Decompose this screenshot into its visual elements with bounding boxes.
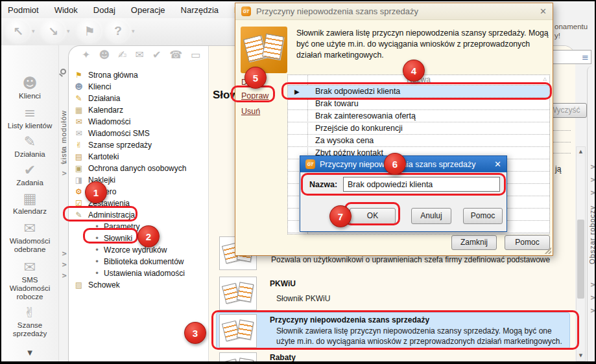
- ok-button[interactable]: OK: [350, 208, 396, 224]
- tree-item-administracja[interactable]: ✎Administracja: [74, 209, 204, 221]
- menu-item-podmiot[interactable]: Podmiot: [8, 5, 39, 15]
- pin-flag-button[interactable]: ⚑: [78, 20, 101, 42]
- chevron-right-icon[interactable]: >: [590, 163, 595, 170]
- clients-icon: ☻: [1, 75, 58, 92]
- strip-icon-phone[interactable]: ☎: [169, 49, 182, 61]
- step-badge-5: 5: [244, 67, 267, 89]
- chevron-right-icon[interactable]: >: [590, 281, 595, 288]
- help-dialog-button[interactable]: Pomoc: [505, 235, 550, 250]
- text-fragment: ją: [555, 164, 561, 174]
- tree-item-ochrona-danych[interactable]: ▣Ochrona danych osobowych: [74, 163, 204, 174]
- chevron-right-icon[interactable]: >: [590, 189, 595, 196]
- notice-line1: onamentu: [554, 22, 588, 31]
- module-icon-strip: ✦ ☻ ✍ ✉ ✔ ☎ ▭: [82, 49, 200, 61]
- close-dialog-button[interactable]: Zamknij: [451, 235, 497, 250]
- dictionary-row-title[interactable]: Przyczyny niepowodzenia szans sprzedaży: [270, 315, 429, 324]
- clients-icon: ☻: [74, 82, 84, 91]
- content-scrollbar[interactable]: ▲ ▼: [576, 146, 586, 361]
- list-row[interactable]: Brak towaru: [288, 98, 549, 110]
- bullet-icon: •: [95, 222, 99, 231]
- tree-item-kartoteki[interactable]: ▤Kartoteki: [74, 151, 204, 163]
- sidebar-item-szanse-sprzedazy[interactable]: ✌Szanse sprzedaży: [1, 304, 58, 338]
- workspace-strip[interactable]: > > > Obszar roboczy > > >: [587, 66, 596, 361]
- sidebar-item-sms-robocze[interactable]: ✉SMS Wiadomości robocze: [1, 259, 58, 301]
- strip-icon-write[interactable]: ✍: [118, 49, 126, 61]
- cancel-button[interactable]: Anuluj: [411, 208, 451, 224]
- question-icon: ?: [114, 24, 122, 38]
- list-row-selected[interactable]: ▶Brak odpowiedzi klienta: [288, 85, 549, 98]
- client-lists-icon: ≡: [1, 105, 58, 122]
- mail-icon: ✉: [74, 117, 84, 126]
- list-row[interactable]: Za wysoka cena: [288, 135, 549, 147]
- tree-item-klienci[interactable]: ☻Klienci: [74, 81, 204, 93]
- name-input[interactable]: [343, 177, 500, 192]
- chevron-right-icon[interactable]: >: [62, 170, 67, 177]
- strip-icon-mail[interactable]: ✉: [136, 49, 144, 61]
- tree-item-ustawienia-wiadomosci[interactable]: •Ustawienia wiadomości: [74, 267, 204, 279]
- gear-icon: ⚙: [74, 187, 84, 196]
- tree-item-wiadomosci[interactable]: ✉Wiadomości: [74, 116, 204, 128]
- scroll-down-icon[interactable]: ▼: [577, 351, 585, 361]
- strip-icon-1[interactable]: ✦: [82, 49, 90, 61]
- help-dropdown-icon[interactable]: ▾: [132, 28, 135, 34]
- module-sidebar: ☻Klienci ≡Listy klientów ✎Działania ✔Zad…: [1, 45, 58, 363]
- tree-item-wiadomosci-sms[interactable]: ✉Wiadomości SMS: [74, 128, 204, 139]
- menu-item-dodaj[interactable]: Dodaj: [93, 5, 115, 15]
- sidebar-item-listy-klientow[interactable]: ≡Listy klientów: [1, 105, 58, 130]
- back-dropdown-icon[interactable]: ▾: [32, 28, 35, 34]
- back-button[interactable]: ↖: [6, 20, 30, 42]
- sms-drafts-icon: ✉: [1, 259, 58, 276]
- menu-item-narzedzia[interactable]: Narzędzia: [181, 5, 219, 15]
- chevron-right-icon[interactable]: >: [62, 261, 67, 268]
- close-icon[interactable]: ✕: [540, 6, 547, 16]
- tree-item-biblioteka-dokumentow[interactable]: •Biblioteka dokumentów: [74, 256, 204, 267]
- tree-item-dzialania[interactable]: ✎Działania: [74, 93, 204, 104]
- tree-item-wzorce-wydrukow[interactable]: •Wzorce wydruków: [74, 244, 204, 256]
- sidebar-item-dzialania[interactable]: ✎Działania: [1, 133, 58, 159]
- dictionary-row-title[interactable]: PKWiU: [270, 279, 296, 288]
- strip-icon-person[interactable]: ☻: [99, 49, 110, 61]
- sales-chances-icon: ✌: [74, 141, 84, 150]
- sidebar-item-wiadomosci-odebrane[interactable]: ✉Wiadomości odebrane: [1, 220, 58, 254]
- menu-lines-icon[interactable]: ≡: [582, 52, 589, 62]
- list-row[interactable]: Przejście do konkurencji: [288, 122, 549, 135]
- search-input[interactable]: ≡: [550, 50, 591, 64]
- chevron-right-icon[interactable]: >: [590, 307, 595, 314]
- reports-icon: ☑: [74, 199, 84, 208]
- sidebar-item-klienci[interactable]: ☻Klienci: [1, 75, 58, 100]
- chevron-right-icon[interactable]: >: [62, 159, 67, 166]
- bullet-icon: •: [95, 269, 99, 278]
- delete-link[interactable]: Usuń: [241, 107, 260, 116]
- sidebar-collapse-button[interactable]: ▼: [1, 345, 58, 361]
- chevron-right-icon[interactable]: >: [590, 176, 595, 183]
- dialog-titlebar[interactable]: GT Przyczyny niepowodzenia szans sprzeda…: [235, 3, 553, 20]
- sidebar-item-kalendarz[interactable]: ▦Kalendarz: [1, 190, 58, 216]
- menu-item-operacje[interactable]: Operacje: [131, 5, 165, 15]
- tree-item-szanse-sprzedazy[interactable]: ✌Szanse sprzedaży: [74, 139, 204, 151]
- chevron-right-icon[interactable]: >: [62, 250, 67, 257]
- close-icon[interactable]: ✕: [494, 159, 501, 169]
- search-modules-icon[interactable]: [60, 69, 66, 74]
- step-badge-1: 1: [85, 181, 107, 203]
- list-row[interactable]: Brak zainteresowania ofertą: [288, 110, 549, 122]
- strip-icon-device[interactable]: ▭: [191, 49, 200, 61]
- tree-item-schowek[interactable]: ▨Schowek: [74, 279, 204, 291]
- chevron-right-icon[interactable]: >: [62, 148, 67, 155]
- edit-link[interactable]: Popraw: [241, 91, 268, 100]
- forward-button[interactable]: ↘: [42, 20, 65, 42]
- help-button[interactable]: ?: [106, 20, 130, 42]
- menu-item-widok[interactable]: Widok: [54, 5, 78, 15]
- strip-icon-check[interactable]: ✔: [152, 49, 161, 61]
- scroll-up-icon[interactable]: ▲: [577, 147, 585, 157]
- forward-dropdown-icon[interactable]: ▾: [67, 28, 70, 34]
- tree-item-kalendarz[interactable]: ▦Kalendarz: [74, 104, 204, 116]
- back-arrow-icon: ↖: [13, 24, 23, 38]
- chevron-right-icon[interactable]: >: [62, 272, 67, 279]
- sidebar-item-zadania[interactable]: ✔Zadania: [1, 162, 58, 187]
- dictionary-row-desc: Słownik zawiera listę przyczyn niepowodz…: [276, 326, 569, 347]
- chevron-right-icon[interactable]: >: [590, 294, 595, 301]
- scrollbar-thumb[interactable]: [577, 220, 584, 299]
- tree-item-strona-glowna[interactable]: ⚑Strona główna: [74, 69, 204, 81]
- help-button[interactable]: Pomoc: [463, 208, 503, 224]
- dictionary-row-title[interactable]: Rabaty: [270, 353, 296, 362]
